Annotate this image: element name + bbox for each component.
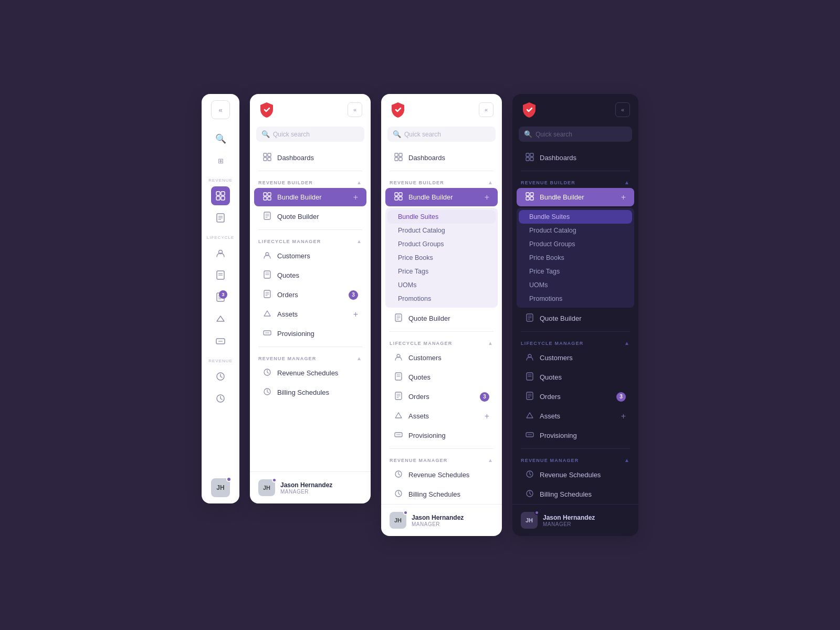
quotes-icon-btn[interactable] xyxy=(211,266,230,285)
footer-role-p3: MANAGER xyxy=(412,521,464,527)
svg-rect-26 xyxy=(264,197,267,200)
customers-icon-p3 xyxy=(394,353,403,363)
product-catalog-p3[interactable]: Product Catalog xyxy=(387,224,496,237)
customers-p3[interactable]: Customers xyxy=(385,349,498,367)
bundle-builder-plus-p3[interactable]: + xyxy=(485,193,489,202)
promotions-p3[interactable]: Promotions xyxy=(387,292,496,306)
rev-schedule-icon-btn[interactable] xyxy=(211,367,230,386)
bundle-suites-p3[interactable]: Bundle Suites xyxy=(387,210,496,224)
orders-icon-btn[interactable]: 3 xyxy=(211,288,230,307)
quote-builder-icon-btn[interactable] xyxy=(211,208,230,227)
search-icon-btn[interactable]: 🔍 xyxy=(211,129,230,148)
customers-icon-btn[interactable] xyxy=(211,244,230,262)
footer-role-p2: MANAGER xyxy=(280,489,332,495)
rev-schedules-p2[interactable]: Revenue Schedules xyxy=(254,364,366,382)
quotes-icon-p2 xyxy=(262,270,272,280)
footer-avatar-p3[interactable]: JH xyxy=(390,512,406,529)
customers-p2[interactable]: Customers xyxy=(254,247,366,265)
rev-schedules-p4[interactable]: Revenue Schedules xyxy=(517,466,634,484)
dashboards-item-p4[interactable]: Dashboards xyxy=(517,149,634,167)
provisioning-icon-p3 xyxy=(394,430,403,440)
bundle-builder-p3[interactable]: Bundle Builder + xyxy=(385,188,498,206)
bundle-builder-p4[interactable]: Bundle Builder + xyxy=(517,188,634,206)
quotes-icon-p3 xyxy=(394,372,403,382)
collapse-button-p2[interactable]: « xyxy=(348,102,362,117)
quote-builder-p3[interactable]: Quote Builder xyxy=(385,309,498,328)
billing-schedule-icon-btn[interactable] xyxy=(211,389,230,408)
quote-builder-p2[interactable]: Quote Builder xyxy=(254,207,366,226)
customers-p4[interactable]: Customers xyxy=(517,349,634,367)
assets-p2[interactable]: Assets + xyxy=(254,305,366,323)
assets-icon-btn[interactable] xyxy=(211,310,230,329)
bundle-builder-plus-p2[interactable]: + xyxy=(353,193,358,202)
uoms-p3[interactable]: UOMs xyxy=(387,278,496,292)
svg-rect-44 xyxy=(395,153,398,156)
user-avatar-p1[interactable]: JH xyxy=(211,478,230,497)
dashboards-item-p3[interactable]: Dashboards xyxy=(385,149,498,167)
provisioning-p3[interactable]: Provisioning xyxy=(385,426,498,445)
billing-schedules-p2[interactable]: Billing Schedules xyxy=(254,383,366,402)
revenue-builder-label-p4: REVENUE BUILDER ▲ xyxy=(512,174,638,187)
price-tags-p3[interactable]: Price Tags xyxy=(387,265,496,278)
footer-avatar-p4[interactable]: JH xyxy=(521,512,538,529)
promotions-p4[interactable]: Promotions xyxy=(519,292,632,306)
price-books-p4[interactable]: Price Books xyxy=(519,251,632,265)
svg-rect-24 xyxy=(264,193,267,196)
dashboards-icon-btn[interactable]: ⊞ xyxy=(211,151,230,170)
svg-rect-72 xyxy=(526,193,529,196)
product-groups-p4[interactable]: Product Groups xyxy=(519,237,632,251)
svg-rect-0 xyxy=(216,192,220,195)
provisioning-label-p3: Provisioning xyxy=(408,432,446,439)
search-bar-p4[interactable]: 🔍 Quick search xyxy=(519,127,632,142)
provisioning-icon-p4 xyxy=(525,430,534,440)
assets-plus-p2[interactable]: + xyxy=(353,310,358,319)
footer-name-p4: Jason Hernandez xyxy=(543,514,595,521)
provisioning-p2[interactable]: Provisioning xyxy=(254,324,366,343)
uoms-p4[interactable]: UOMs xyxy=(519,278,632,292)
assets-plus-p4[interactable]: + xyxy=(621,412,626,421)
price-books-p3[interactable]: Price Books xyxy=(387,251,496,265)
footer-avatar-p2[interactable]: JH xyxy=(258,479,275,496)
collapse-button-p4[interactable]: « xyxy=(615,102,630,117)
dashboards-label-p3: Dashboards xyxy=(408,154,445,162)
provisioning-icon-btn[interactable] xyxy=(211,332,230,351)
chevron-lc-p4: ▲ xyxy=(624,340,630,346)
billing-schedules-p3[interactable]: Billing Schedules xyxy=(385,485,498,503)
collapse-button-p3[interactable]: « xyxy=(479,102,494,117)
bundle-builder-label-p2: Bundle Builder xyxy=(277,193,322,201)
quotes-p3[interactable]: Quotes xyxy=(385,368,498,386)
price-tags-p4[interactable]: Price Tags xyxy=(519,265,632,278)
product-catalog-p4[interactable]: Product Catalog xyxy=(519,224,632,237)
assets-p4[interactable]: Assets + xyxy=(517,407,634,425)
bundle-builder-plus-p4[interactable]: + xyxy=(621,193,626,202)
quote-builder-p4[interactable]: Quote Builder xyxy=(517,309,634,328)
svg-rect-69 xyxy=(530,153,533,156)
provisioning-p4[interactable]: Provisioning xyxy=(517,426,634,445)
assets-plus-p3[interactable]: + xyxy=(485,412,489,421)
quote-builder-label-p4: Quote Builder xyxy=(540,314,582,322)
search-bar-p2[interactable]: 🔍 Quick search xyxy=(256,127,364,142)
orders-p4[interactable]: Orders 3 xyxy=(517,387,634,406)
search-bar-p3[interactable]: 🔍 Quick search xyxy=(387,127,496,142)
bundle-suites-p4[interactable]: Bundle Suites xyxy=(519,210,632,224)
orders-p3[interactable]: Orders 3 xyxy=(385,387,498,406)
rev-schedules-p3[interactable]: Revenue Schedules xyxy=(385,466,498,484)
orders-p2[interactable]: Orders 3 xyxy=(254,286,366,304)
bundle-builder-p2[interactable]: Bundle Builder + xyxy=(254,188,366,206)
billing-schedules-p4[interactable]: Billing Schedules xyxy=(517,485,634,503)
logo-shield-p3 xyxy=(390,101,406,118)
lifecycle-label-p2: LIFECYCLE MANAGER ▲ xyxy=(250,233,371,246)
lifecycle-section-label: LIFECYCLE xyxy=(207,235,235,240)
footer-dot-p2 xyxy=(272,478,277,482)
dashboards-item-p2[interactable]: Dashboards xyxy=(254,149,366,167)
search-icon-p3: 🔍 xyxy=(393,130,401,138)
product-groups-p3[interactable]: Product Groups xyxy=(387,237,496,251)
product-catalog-label-p3: Product Catalog xyxy=(398,227,445,234)
bundle-builder-icon-btn[interactable] xyxy=(211,186,230,205)
bundle-builder-label-p4: Bundle Builder xyxy=(540,193,584,201)
quotes-p2[interactable]: Quotes xyxy=(254,266,366,285)
assets-p3[interactable]: Assets + xyxy=(385,407,498,425)
quotes-p4[interactable]: Quotes xyxy=(517,368,634,386)
billing-schedules-label-p4: Billing Schedules xyxy=(540,490,592,498)
collapse-button[interactable]: « xyxy=(211,100,230,119)
